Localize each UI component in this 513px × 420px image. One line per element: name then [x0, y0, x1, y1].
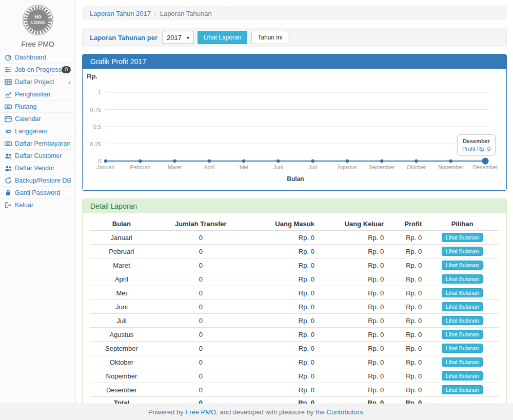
cell-pilihan: Lihat Bulanan	[426, 258, 499, 272]
cell-jumlah-transfer: 0	[153, 258, 249, 272]
cell-uang-masuk: Rp. 0	[249, 314, 319, 328]
cell-uang-masuk: Rp. 0	[249, 342, 319, 355]
lihat-bulanan-button[interactable]: Lihat Bulanan	[442, 274, 483, 284]
svg-text:Desember: Desember	[473, 164, 498, 170]
cell-bulan: Juni	[90, 300, 153, 314]
free-pmo-link[interactable]: Free PMO	[185, 408, 216, 416]
sidebar-item-label: Daftar Project	[15, 78, 54, 86]
profit-line-chart[interactable]: 10.750.50.250JanuariPebruariMaretAprilMe…	[83, 69, 506, 190]
svg-text:Juli: Juli	[309, 164, 317, 170]
year-select[interactable]: 2017 ▾	[163, 31, 193, 44]
dashboard-icon	[5, 54, 12, 61]
cell-pilihan: Lihat Bulanan	[426, 272, 499, 286]
cell-uang-masuk: Rp. 0	[249, 245, 319, 258]
sidebar-item-job-on-progress[interactable]: Job on Progress0	[0, 64, 75, 76]
main-content: Laporan Tahun 2017 / Laporan Tahunan Lap…	[76, 0, 513, 415]
lihat-bulanan-button[interactable]: Lihat Bulanan	[442, 344, 483, 353]
svg-text:1: 1	[98, 89, 101, 95]
lihat-bulanan-button[interactable]: Lihat Bulanan	[442, 316, 483, 325]
cell-profit: Rp. 0	[388, 286, 426, 300]
cell-pilihan: Lihat Bulanan	[426, 383, 499, 397]
cell-uang-masuk: Rp. 0	[249, 300, 319, 314]
svg-text:0.25: 0.25	[90, 141, 101, 147]
cell-profit: Rp. 0	[388, 258, 426, 272]
cell-pilihan: Lihat Bulanan	[426, 355, 499, 369]
sidebar-item-piutang[interactable]: Piutang	[0, 101, 75, 113]
svg-text:Juni: Juni	[273, 164, 283, 170]
cell-uang-keluar: Rp. 0	[319, 314, 388, 328]
money-icon	[5, 140, 12, 147]
tahun-ini-button[interactable]: Tahun ini	[251, 31, 288, 44]
profit-chart-panel: Grafik Profit 2017 Rp. 10.750.50.250Janu…	[82, 54, 507, 191]
svg-text:Oktober: Oktober	[407, 164, 426, 170]
table-body: Januari0Rp. 0Rp. 0Rp. 0Lihat BulananPebr…	[90, 231, 499, 409]
cell-jumlah-transfer: 0	[153, 369, 249, 383]
cell-uang-masuk: Rp. 0	[249, 383, 319, 397]
cell-uang-keluar: Rp. 0	[319, 328, 388, 342]
lihat-bulanan-button[interactable]: Lihat Bulanan	[442, 371, 483, 381]
cell-jumlah-transfer: 0	[153, 245, 249, 258]
lihat-bulanan-button[interactable]: Lihat Bulanan	[442, 233, 483, 242]
cell-jumlah-transfer: 0	[153, 314, 249, 328]
sidebar-item-langganan[interactable]: Langganan	[0, 125, 75, 137]
column-header-uang-masuk: Uang Masuk	[249, 217, 319, 231]
lihat-bulanan-button[interactable]: Lihat Bulanan	[442, 357, 483, 367]
users-icon	[5, 165, 12, 172]
sidebar-item-label: Dashboard	[15, 54, 46, 61]
svg-text:Januari: Januari	[97, 164, 114, 170]
contributors-link[interactable]: Contributors	[327, 408, 363, 416]
cell-uang-masuk: Rp. 0	[249, 231, 319, 245]
sidebar-item-daftar-customer[interactable]: Daftar Customer	[0, 150, 75, 162]
cell-pilihan: Lihat Bulanan	[426, 286, 499, 300]
sidebar-item-label: Penghasilan	[15, 91, 50, 98]
cell-uang-keluar: Rp. 0	[319, 286, 388, 300]
cell-uang-masuk: Rp. 0	[249, 258, 319, 272]
cell-uang-keluar: Rp. 0	[319, 272, 388, 286]
cell-jumlah-transfer: 0	[153, 383, 249, 397]
lihat-bulanan-button[interactable]: Lihat Bulanan	[442, 247, 483, 256]
detail-panel-title: Detail Laporan	[83, 199, 506, 213]
lihat-bulanan-button[interactable]: Lihat Bulanan	[442, 261, 483, 270]
lihat-bulanan-button[interactable]: Lihat Bulanan	[442, 288, 483, 297]
cell-uang-masuk: Rp. 0	[249, 328, 319, 342]
cell-profit: Rp. 0	[388, 245, 426, 258]
cell-profit: Rp. 0	[388, 328, 426, 342]
table-row: Pebruari0Rp. 0Rp. 0Rp. 0Lihat Bulanan	[90, 245, 499, 258]
cell-profit: Rp. 0	[388, 342, 426, 355]
sidebar-item-label: Keluar	[15, 202, 33, 209]
cell-uang-keluar: Rp. 0	[319, 369, 388, 383]
tooltip-value: Profit Rp: 0	[462, 146, 490, 152]
detail-report-panel: Detail Laporan BulanJumlah TransferUang …	[82, 198, 507, 415]
report-table: BulanJumlah TransferUang MasukUang Kelua…	[90, 217, 499, 409]
sidebar-item-dashboard[interactable]: Dashboard	[0, 51, 75, 64]
cell-jumlah-transfer: 0	[153, 231, 249, 245]
sidebar-item-keluar[interactable]: Keluar	[0, 199, 75, 211]
table-row: Mei0Rp. 0Rp. 0Rp. 0Lihat Bulanan	[90, 286, 499, 300]
breadcrumb-link[interactable]: Laporan Tahun 2017	[90, 10, 151, 17]
cell-jumlah-transfer: 0	[153, 300, 249, 314]
lihat-bulanan-button[interactable]: Lihat Bulanan	[442, 330, 483, 339]
sidebar-item-daftar-pembayaran[interactable]: Daftar Pembayaran	[0, 137, 75, 150]
footer-text-prefix: Powered by	[148, 408, 185, 416]
lihat-bulanan-button[interactable]: Lihat Bulanan	[442, 302, 483, 311]
cell-jumlah-transfer: 0	[153, 272, 249, 286]
lihat-laporan-button[interactable]: Lihat Laporan	[198, 31, 247, 44]
sidebar-item-penghasilan[interactable]: Penghasilan	[0, 88, 75, 101]
detail-panel-body: BulanJumlah TransferUang MasukUang Kelua…	[83, 213, 506, 414]
sidebar-item-daftar-vendor[interactable]: Daftar Vendor	[0, 162, 75, 174]
sidebar-item-label: Job on Progress	[15, 66, 62, 73]
svg-text:0.5: 0.5	[93, 124, 101, 130]
cell-uang-keluar: Rp. 0	[319, 342, 388, 355]
svg-text:April: April	[204, 164, 214, 170]
sidebar-item-ganti-password[interactable]: Ganti Password	[0, 187, 75, 199]
sidebar-item-backup-restore-db[interactable]: Backup/Restore DB	[0, 174, 75, 187]
tooltip-title: Desember	[462, 138, 490, 144]
cell-uang-masuk: Rp. 0	[249, 369, 319, 383]
sidebar-item-label: Daftar Pembayaran	[15, 140, 70, 147]
column-header-profit: Profit	[388, 217, 426, 231]
sidebar-item-calendar[interactable]: Calendar	[0, 113, 75, 125]
sidebar-item-daftar-project[interactable]: Daftar Project‹	[0, 76, 75, 88]
lihat-bulanan-button[interactable]: Lihat Bulanan	[442, 385, 483, 394]
svg-text:0: 0	[98, 158, 101, 164]
breadcrumb: Laporan Tahun 2017 / Laporan Tahunan	[82, 6, 507, 21]
